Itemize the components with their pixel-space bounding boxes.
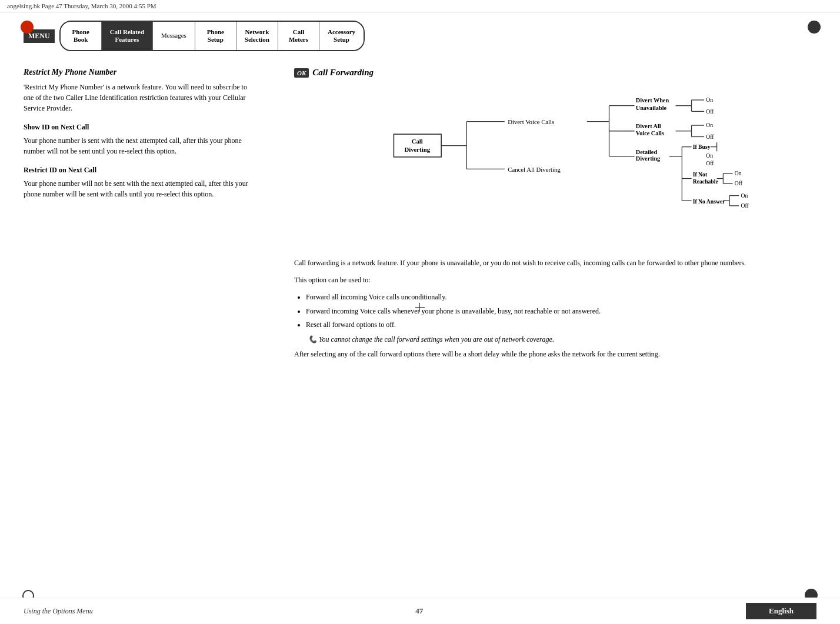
ok-badge: OK (294, 68, 309, 78)
tab-accessory-setup[interactable]: AccessorySetup (319, 22, 364, 50)
svg-text:Off: Off (735, 180, 743, 186)
svg-text:Detailed: Detailed (636, 149, 658, 155)
cf-title-text: Call Forwarding (312, 68, 374, 78)
svg-text:On: On (706, 122, 713, 128)
svg-text:Divert When: Divert When (636, 97, 669, 104)
footer-language: English (746, 603, 816, 619)
svg-text:Voice Calls: Voice Calls (636, 130, 664, 136)
cf-title-row: OK Call Forwarding (294, 68, 816, 78)
left-section-intro: 'Restrict My Phone Number' is a network … (24, 82, 259, 114)
cf-bullet-list: Forward all incoming Voice calls uncondi… (306, 292, 816, 331)
left-column: Restrict My Phone Number 'Restrict My Ph… (24, 68, 271, 366)
svg-text:On: On (706, 96, 713, 103)
svg-text:Divert All: Divert All (636, 123, 661, 129)
subsection-body-1: Your phone number will not be sent with … (24, 178, 259, 199)
svg-text:Reachable: Reachable (693, 178, 719, 185)
svg-text:Call: Call (412, 138, 423, 145)
page-footer: Using the Options Menu 47 English (0, 598, 840, 624)
subsection-body-0: Your phone number is sent with the next … (24, 135, 259, 156)
svg-text:On: On (735, 170, 742, 176)
svg-text:Cancel All Diverting: Cancel All Diverting (508, 166, 561, 173)
footer-page-number: 47 (415, 606, 423, 616)
top-bar: angelsing.bk Page 47 Thursday, March 30,… (0, 0, 840, 12)
corner-mark-tr (808, 21, 819, 32)
tab-call-meters[interactable]: CallMeters (278, 22, 319, 50)
corner-mark-tl (21, 21, 32, 32)
svg-text:Off: Off (706, 160, 714, 166)
svg-text:Off: Off (706, 134, 714, 140)
left-section-title: Restrict My Phone Number (24, 68, 259, 77)
svg-text:Off: Off (706, 108, 714, 115)
cf-body3: After selecting any of the call forward … (294, 349, 816, 360)
tab-network-selection[interactable]: NetworkSelection (236, 22, 278, 50)
bullet-1: Forward incoming Voice calls whenever yo… (306, 306, 816, 317)
subsection-title-0: Show ID on Next Call (24, 123, 259, 132)
file-info: angelsing.bk Page 47 Thursday, March 30,… (7, 2, 156, 9)
svg-text:Unavailable: Unavailable (636, 105, 667, 111)
footer-section-label: Using the Options Menu (24, 607, 93, 615)
cf-body2: This option can be used to: (294, 275, 816, 286)
call-forwarding-diagram: Call Diverting Divert Voice Calls Cancel… (294, 84, 816, 248)
subsection-title-1: Restrict ID on Next Call (24, 166, 259, 175)
tab-messages[interactable]: Messages (153, 22, 195, 50)
svg-text:Diverting: Diverting (636, 155, 661, 162)
note-icon: 📞 (308, 335, 319, 343)
footer-left-text: Using the Options Menu (24, 607, 93, 616)
right-column: OK Call Forwarding Call Diverting Divert… (288, 68, 816, 366)
bullet-0: Forward all incoming Voice calls uncondi… (306, 292, 816, 303)
svg-text:Divert Voice Calls: Divert Voice Calls (508, 118, 554, 125)
cf-note: 📞 You cannot change the call forward set… (294, 335, 816, 344)
tab-call-related[interactable]: Call RelatedFeatures (102, 22, 153, 50)
svg-text:Diverting: Diverting (404, 146, 430, 153)
tab-phone-book[interactable]: PhoneBook (61, 22, 102, 50)
nav-tabs: PhoneBook Call RelatedFeatures Messages … (59, 21, 365, 51)
cf-body1: Call forwarding is a network feature. If… (294, 258, 816, 269)
svg-text:Off: Off (741, 202, 749, 209)
svg-text:If Busy: If Busy (693, 144, 711, 150)
bullet-2: Reset all forward options to off. (306, 319, 816, 331)
note-content: You cannot change the call forward setti… (319, 335, 554, 343)
nav-strip: MENU PhoneBook Call RelatedFeatures Mess… (0, 15, 840, 51)
svg-text:On: On (706, 152, 713, 159)
svg-text:If No Answer: If No Answer (693, 198, 726, 205)
bottom-crosshair (415, 303, 425, 312)
main-content: Restrict My Phone Number 'Restrict My Ph… (0, 56, 840, 378)
tab-phone-setup[interactable]: PhoneSetup (195, 22, 236, 50)
svg-text:If Not: If Not (693, 171, 708, 178)
svg-text:On: On (741, 192, 748, 199)
